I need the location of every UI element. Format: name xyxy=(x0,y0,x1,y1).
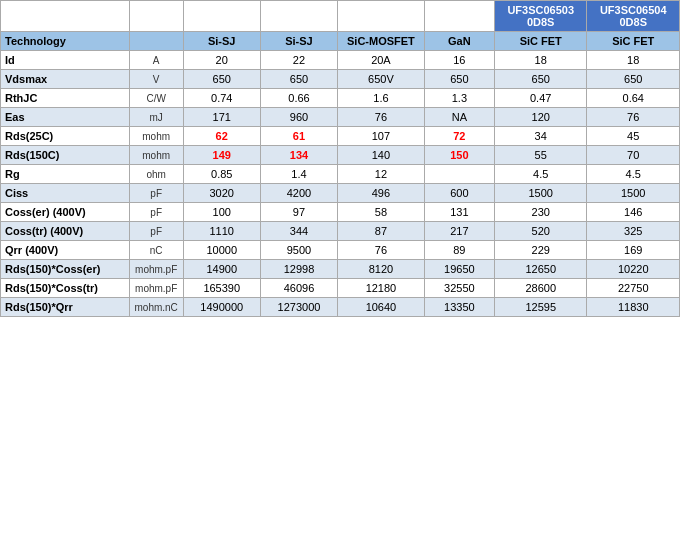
cell-r11-c1: mohm.pF xyxy=(129,260,183,279)
table-row: Rds(150)*Coss(er)mohm.pF1490012998812019… xyxy=(1,260,680,279)
cell-r10-c7: 169 xyxy=(587,241,680,260)
cell-r8-c1: pF xyxy=(129,203,183,222)
cell-r2-c2: 0.74 xyxy=(183,89,260,108)
cell-r4-c3: 61 xyxy=(260,127,337,146)
cell-r11-c7: 10220 xyxy=(587,260,680,279)
h1-col2 xyxy=(183,1,260,32)
cell-r7-c5: 600 xyxy=(424,184,494,203)
cell-r12-c1: mohm.pF xyxy=(129,279,183,298)
cell-r9-c0: Coss(tr) (400V) xyxy=(1,222,130,241)
cell-r1-c4: 650V xyxy=(338,70,425,89)
cell-r13-c1: mohm.nC xyxy=(129,298,183,317)
cell-r4-c4: 107 xyxy=(338,127,425,146)
h2-unit xyxy=(129,32,183,51)
cell-r8-c7: 146 xyxy=(587,203,680,222)
cell-r9-c5: 217 xyxy=(424,222,494,241)
cell-r2-c3: 0.66 xyxy=(260,89,337,108)
cell-r1-c2: 650 xyxy=(183,70,260,89)
cell-r5-c3: 134 xyxy=(260,146,337,165)
cell-r7-c0: Ciss xyxy=(1,184,130,203)
cell-r6-c7: 4.5 xyxy=(587,165,680,184)
cell-r3-c1: mJ xyxy=(129,108,183,127)
comparison-table: UF3SC06503 0D8S UF3SC06504 0D8S Technolo… xyxy=(0,0,680,317)
cell-r2-c7: 0.64 xyxy=(587,89,680,108)
cell-r11-c6: 12650 xyxy=(494,260,586,279)
cell-r13-c6: 12595 xyxy=(494,298,586,317)
cell-r2-c5: 1.3 xyxy=(424,89,494,108)
cell-r3-c5: NA xyxy=(424,108,494,127)
table-row: Rds(150C)mohm1491341401505570 xyxy=(1,146,680,165)
cell-r4-c7: 45 xyxy=(587,127,680,146)
h1-col1 xyxy=(129,1,183,32)
h2-technology: Technology xyxy=(1,32,130,51)
cell-r9-c6: 520 xyxy=(494,222,586,241)
cell-r5-c6: 55 xyxy=(494,146,586,165)
cell-r12-c0: Rds(150)*Coss(tr) xyxy=(1,279,130,298)
h2-sisj2: Si-SJ xyxy=(260,32,337,51)
cell-r9-c1: pF xyxy=(129,222,183,241)
cell-r2-c4: 1.6 xyxy=(338,89,425,108)
cell-r12-c5: 32550 xyxy=(424,279,494,298)
h1-col3 xyxy=(260,1,337,32)
cell-r1-c1: V xyxy=(129,70,183,89)
cell-r12-c7: 22750 xyxy=(587,279,680,298)
cell-r5-c2: 149 xyxy=(183,146,260,165)
cell-r5-c4: 140 xyxy=(338,146,425,165)
cell-r0-c3: 22 xyxy=(260,51,337,70)
cell-r3-c3: 960 xyxy=(260,108,337,127)
cell-r8-c3: 97 xyxy=(260,203,337,222)
cell-r7-c1: pF xyxy=(129,184,183,203)
cell-r6-c6: 4.5 xyxy=(494,165,586,184)
cell-r4-c1: mohm xyxy=(129,127,183,146)
cell-r8-c5: 131 xyxy=(424,203,494,222)
cell-r4-c5: 72 xyxy=(424,127,494,146)
cell-r1-c3: 650 xyxy=(260,70,337,89)
cell-r7-c2: 3020 xyxy=(183,184,260,203)
cell-r13-c7: 11830 xyxy=(587,298,680,317)
h2-sic-mosfet: SiC-MOSFET xyxy=(338,32,425,51)
cell-r0-c0: Id xyxy=(1,51,130,70)
cell-r2-c0: RthJC xyxy=(1,89,130,108)
header-row-2: Technology Si-SJ Si-SJ SiC-MOSFET GaN Si… xyxy=(1,32,680,51)
cell-r6-c1: ohm xyxy=(129,165,183,184)
cell-r9-c3: 344 xyxy=(260,222,337,241)
cell-r3-c6: 120 xyxy=(494,108,586,127)
cell-r4-c2: 62 xyxy=(183,127,260,146)
h2-sisj1: Si-SJ xyxy=(183,32,260,51)
cell-r12-c3: 46096 xyxy=(260,279,337,298)
header-row-1: UF3SC06503 0D8S UF3SC06504 0D8S xyxy=(1,1,680,32)
cell-r11-c2: 14900 xyxy=(183,260,260,279)
cell-r6-c0: Rg xyxy=(1,165,130,184)
cell-r0-c4: 20A xyxy=(338,51,425,70)
table-row: Rds(150)*Coss(tr)mohm.pF1653904609612180… xyxy=(1,279,680,298)
cell-r3-c7: 76 xyxy=(587,108,680,127)
cell-r0-c2: 20 xyxy=(183,51,260,70)
cell-r13-c2: 1490000 xyxy=(183,298,260,317)
cell-r13-c3: 1273000 xyxy=(260,298,337,317)
table-row: Rds(150)*Qrrmohm.nC149000012730001064013… xyxy=(1,298,680,317)
table-row: EasmJ17196076NA12076 xyxy=(1,108,680,127)
cell-r4-c6: 34 xyxy=(494,127,586,146)
cell-r10-c0: Qrr (400V) xyxy=(1,241,130,260)
cell-r9-c4: 87 xyxy=(338,222,425,241)
cell-r10-c4: 76 xyxy=(338,241,425,260)
cell-r10-c1: nC xyxy=(129,241,183,260)
cell-r6-c2: 0.85 xyxy=(183,165,260,184)
cell-r12-c4: 12180 xyxy=(338,279,425,298)
cell-r7-c3: 4200 xyxy=(260,184,337,203)
cell-r11-c3: 12998 xyxy=(260,260,337,279)
cell-r10-c5: 89 xyxy=(424,241,494,260)
cell-r11-c0: Rds(150)*Coss(er) xyxy=(1,260,130,279)
cell-r8-c0: Coss(er) (400V) xyxy=(1,203,130,222)
cell-r12-c2: 165390 xyxy=(183,279,260,298)
cell-r9-c7: 325 xyxy=(587,222,680,241)
cell-r5-c1: mohm xyxy=(129,146,183,165)
cell-r11-c5: 19650 xyxy=(424,260,494,279)
table-row: IdA202220A161818 xyxy=(1,51,680,70)
h2-gan: GaN xyxy=(424,32,494,51)
cell-r1-c0: Vdsmax xyxy=(1,70,130,89)
cell-r5-c7: 70 xyxy=(587,146,680,165)
cell-r0-c6: 18 xyxy=(494,51,586,70)
table-row: Rgohm0.851.4124.54.5 xyxy=(1,165,680,184)
table-row: CisspF3020420049660015001500 xyxy=(1,184,680,203)
